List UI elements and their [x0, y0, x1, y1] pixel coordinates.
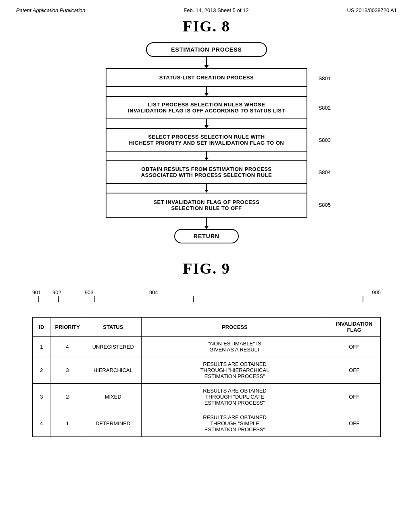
col-label-903: 903: [85, 289, 94, 295]
td-process-1: "NON-ESTIMABLE" ISGIVEN AS A RESULT: [141, 337, 328, 357]
step-s802-label: S802: [319, 105, 331, 111]
step-s805-label: S805: [319, 202, 331, 208]
th-status: STATUS: [85, 317, 141, 337]
td-priority-2: 3: [50, 357, 85, 384]
arrow-s802: [106, 119, 307, 128]
step-s804-box: OBTAIN RESULTS FROM ESTIMATION PROCESSAS…: [106, 160, 307, 184]
td-id-3: 3: [33, 384, 50, 410]
td-flag-4: OFF: [328, 410, 380, 437]
step-s803-box: SELECT PROCESS SELECTION RULE WITHHIGHES…: [106, 128, 307, 152]
td-flag-1: OFF: [328, 337, 380, 357]
td-priority-3: 2: [50, 384, 85, 410]
th-process: PROCESS: [141, 317, 328, 337]
table-row: 2 3 HIERARCHICAL RESULTS ARE OBTAINEDTHR…: [33, 357, 380, 384]
table-row: 3 2 MIXED RESULTS ARE OBTAINEDTHROUGH "D…: [33, 384, 380, 410]
col-labels-row: 901 902 903 904 905: [32, 289, 381, 314]
col-label-902: 902: [52, 289, 61, 295]
step-s801-row: STATUS-LIST CREATION PROCESS S801: [106, 69, 307, 87]
td-flag-2: OFF: [328, 357, 380, 384]
col-label-905: 905: [372, 289, 381, 295]
td-priority-1: 4: [50, 337, 85, 357]
td-flag-3: OFF: [328, 384, 380, 410]
td-process-4: RESULTS ARE OBTAINEDTHROUGH "SIMPLEESTIM…: [141, 410, 328, 437]
main-content: FIG. 8 ESTIMATION PROCESS STATUS-LIST CR…: [0, 13, 413, 449]
fig9-title: FIG. 9: [32, 260, 381, 277]
arrow-s803: [106, 152, 307, 160]
td-status-3: MIXED: [85, 384, 141, 410]
header-date-sheet: Feb. 14, 2013 Sheet 5 of 12: [184, 7, 248, 13]
step-s801-box: STATUS-LIST CREATION PROCESS: [106, 69, 307, 87]
col-label-904: 904: [149, 289, 158, 295]
fc-start-node: ESTIMATION PROCESS: [146, 42, 267, 57]
table-header-row: ID PRIORITY STATUS PROCESS INVALIDATIONF…: [33, 317, 380, 337]
th-flag: INVALIDATIONFLAG: [328, 317, 380, 337]
td-status-2: HIERARCHICAL: [85, 357, 141, 384]
step-s805-row: SET INVALIDATION FLAG OF PROCESSSELECTIO…: [106, 193, 307, 217]
table-row: 1 4 UNREGISTERED "NON-ESTIMABLE" ISGIVEN…: [33, 337, 380, 357]
arrow-s804: [106, 184, 307, 193]
step-s803-label: S803: [319, 137, 331, 143]
steps-outer-box: STATUS-LIST CREATION PROCESS S801 LIST P…: [106, 68, 307, 218]
header-patent-number: US 2013/0038720 A1: [347, 7, 397, 13]
fig9-container: FIG. 9 901 902 903 904 905: [32, 260, 381, 437]
table-row: 4 1 DETERMINED RESULTS ARE OBTAINEDTHROU…: [33, 410, 380, 437]
col-label-901: 901: [32, 289, 41, 295]
td-priority-4: 1: [50, 410, 85, 437]
arrow-to-return: [204, 218, 209, 229]
td-process-3: RESULTS ARE OBTAINEDTHROUGH "DUPLICATEES…: [141, 384, 328, 410]
arrow-s801: [106, 87, 307, 96]
td-id-1: 1: [33, 337, 50, 357]
page-header: Patent Application Publication Feb. 14, …: [0, 0, 413, 13]
col-tick-svg: [32, 296, 381, 308]
fig8-title: FIG. 8: [32, 17, 381, 35]
step-s802-row: LIST PROCESS SELECTION RULES WHOSEINVALI…: [106, 96, 307, 119]
arrow-0: [204, 57, 209, 68]
td-process-2: RESULTS ARE OBTAINEDTHROUGH "HIERARCHICA…: [141, 357, 328, 384]
step-s803-row: SELECT PROCESS SELECTION RULE WITHHIGHES…: [106, 128, 307, 152]
th-id: ID: [33, 317, 50, 337]
step-s801-label: S801: [319, 75, 331, 81]
fc-end-node: RETURN: [174, 229, 239, 243]
step-s802-box: LIST PROCESS SELECTION RULES WHOSEINVALI…: [106, 96, 307, 119]
step-s804-row: OBTAIN RESULTS FROM ESTIMATION PROCESSAS…: [106, 160, 307, 184]
td-id-2: 2: [33, 357, 50, 384]
td-status-1: UNREGISTERED: [85, 337, 141, 357]
header-publication: Patent Application Publication: [16, 7, 86, 13]
fig9-table: ID PRIORITY STATUS PROCESS INVALIDATIONF…: [32, 317, 381, 437]
th-priority: PRIORITY: [50, 317, 85, 337]
td-status-4: DETERMINED: [85, 410, 141, 437]
step-s805-box: SET INVALIDATION FLAG OF PROCESSSELECTIO…: [106, 193, 307, 217]
step-s804-label: S804: [319, 169, 331, 175]
fig8-flowchart: ESTIMATION PROCESS STATUS-LIST CREATION …: [32, 42, 381, 243]
td-id-4: 4: [33, 410, 50, 437]
